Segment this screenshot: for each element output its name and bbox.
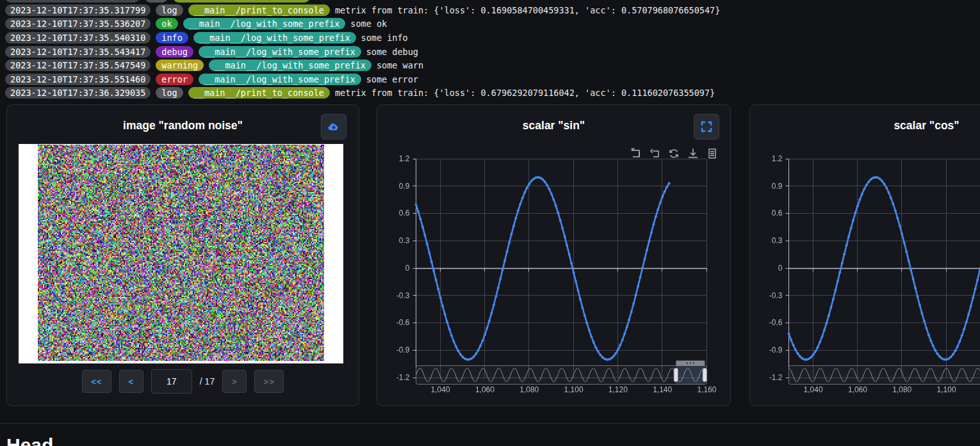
zoom-select-icon[interactable] xyxy=(626,147,645,160)
image-frame xyxy=(19,144,343,363)
next-page-button[interactable]: > xyxy=(222,370,247,393)
pagination: << < / 17 > >> xyxy=(7,369,359,394)
prefix-badge: __main__/log_with_some_prefix xyxy=(193,32,356,44)
first-page-button[interactable]: << xyxy=(82,370,111,393)
save-image-icon[interactable] xyxy=(683,147,703,160)
timestamp-badge: 2023-12-10T17:37:35.551460 xyxy=(5,74,151,85)
level-badge: error xyxy=(156,74,193,85)
log-message: metrix from train: {'loss': 0.1690584700… xyxy=(335,5,720,15)
level-badge: ok xyxy=(156,18,177,29)
chart-toolbox xyxy=(626,147,722,160)
prefix-badge: __main__/log_with_some_prefix xyxy=(199,74,361,85)
level-badge: warning xyxy=(156,60,204,71)
log-row: 2023-12-10T17:37:35.536207 ok __main__/l… xyxy=(5,17,980,31)
bottom-divider xyxy=(0,423,980,424)
image-card: image "random noise" << < / 17 > >> xyxy=(6,104,359,406)
log-row: 2023-12-10T17:37:35.547549 warning __mai… xyxy=(5,58,980,72)
timestamp-badge xyxy=(5,0,140,3)
noise-image xyxy=(38,145,324,361)
timestamp-badge: 2023-12-10T17:37:36.329035 xyxy=(5,87,151,99)
cos-chart-card: scalar "cos" xyxy=(749,104,980,406)
timestamp-badge: 2023-12-10T17:37:35.543417 xyxy=(5,46,151,58)
log-row: 2023-12-10T17:37:35.551460 error __main_… xyxy=(5,72,980,86)
last-page-button[interactable]: >> xyxy=(254,370,284,393)
card-title: image "random noise" xyxy=(7,119,359,132)
prefix-badge xyxy=(173,0,310,3)
page-input[interactable] xyxy=(151,369,192,394)
level-badge: debug xyxy=(156,46,193,58)
data-view-icon[interactable] xyxy=(703,147,722,160)
level-badge: info xyxy=(156,32,188,44)
page-heading: Head xyxy=(6,434,53,446)
timestamp-badge: 2023-12-10T17:37:35.540310 xyxy=(5,32,151,44)
prev-page-button[interactable]: < xyxy=(119,370,143,393)
page-total-label: / 17 xyxy=(200,376,215,386)
timestamp-badge: 2023-12-10T17:37:35.317799 xyxy=(5,4,151,16)
page: { "logs": { "partial": { "timestamp_colo… xyxy=(0,0,980,446)
log-message: some debug xyxy=(366,47,418,57)
log-row: 2023-12-10T17:37:35.540310 info __main__… xyxy=(5,31,980,45)
log-message: some warn xyxy=(377,60,423,70)
sin-chart-card: scalar "sin" xyxy=(377,104,731,406)
timestamp-badge: 2023-12-10T17:37:35.547549 xyxy=(5,60,151,71)
prefix-badge: __main__/log_with_some_prefix xyxy=(183,18,346,29)
restore-icon[interactable] xyxy=(664,147,683,160)
prefix-badge: __main__/print_to_console xyxy=(188,4,330,16)
log-message: some ok xyxy=(350,19,387,29)
log-section: 2023-12-10T17:37:35.317799 log __main__/… xyxy=(5,0,980,100)
log-row: 2023-12-10T17:37:36.329035 log __main__/… xyxy=(5,86,980,100)
prefix-badge: __main__/log_with_some_prefix xyxy=(209,60,372,71)
zoom-reset-icon[interactable] xyxy=(645,147,664,160)
timestamp-badge: 2023-12-10T17:37:35.536207 xyxy=(5,18,151,29)
log-message: metrix from train: {'loss': 0.6796292079… xyxy=(335,88,715,98)
prefix-badge: __main__/print_to_console xyxy=(188,87,330,99)
download-button[interactable] xyxy=(321,114,347,139)
level-badge: log xyxy=(156,87,183,99)
log-row: 2023-12-10T17:37:35.543417 debug __main_… xyxy=(5,45,980,59)
log-message: some info xyxy=(361,33,408,43)
level-badge xyxy=(145,0,168,3)
level-badge: log xyxy=(156,4,183,16)
prefix-badge: __main__/log_with_some_prefix xyxy=(199,46,361,58)
cloud-download-icon xyxy=(327,120,340,133)
log-message: some error xyxy=(366,74,418,84)
cos-chart-canvas[interactable] xyxy=(750,105,980,407)
log-row: 2023-12-10T17:37:35.317799 log __main__/… xyxy=(5,3,980,17)
